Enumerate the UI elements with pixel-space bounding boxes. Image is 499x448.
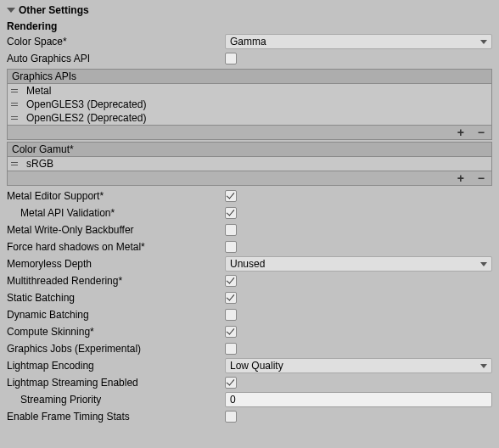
other-settings-panel: Other Settings Rendering Color Space* Ga… <box>0 0 499 425</box>
force-hard-shadows-label: Force hard shadows on Metal* <box>7 241 145 253</box>
list-item[interactable]: OpenGLES2 (Deprecated) <box>8 111 491 125</box>
dynamic-batching-label: Dynamic Batching <box>7 309 89 321</box>
metal-editor-support-row: Metal Editor Support* <box>7 188 492 204</box>
lightmap-streaming-enabled-checkbox[interactable] <box>225 377 237 389</box>
drag-handle-icon[interactable] <box>11 89 20 92</box>
list-item[interactable]: Metal <box>8 84 491 98</box>
color-gamut-header-label: Color Gamut* <box>12 143 74 155</box>
list-item-label: Metal <box>26 85 51 97</box>
foldout-header[interactable]: Other Settings <box>7 3 492 17</box>
memoryless-depth-row: Memoryless Depth Unused <box>7 255 492 272</box>
static-batching-checkbox[interactable] <box>225 292 237 304</box>
color-space-row: Color Space* Gamma <box>7 33 492 50</box>
compute-skinning-label: Compute Skinning* <box>7 326 94 338</box>
metal-write-only-backbuffer-checkbox[interactable] <box>225 224 237 236</box>
drag-handle-icon[interactable] <box>11 103 20 106</box>
graphics-apis-header-label: Graphics APIs <box>12 70 76 82</box>
color-space-select[interactable]: Gamma <box>225 34 492 49</box>
static-batching-row: Static Batching <box>7 289 492 306</box>
dynamic-batching-row: Dynamic Batching <box>7 306 492 323</box>
color-space-value: Gamma <box>230 36 266 48</box>
memoryless-depth-label: Memoryless Depth <box>7 258 92 270</box>
remove-icon[interactable]: − <box>478 173 485 183</box>
multithreaded-rendering-label: Multithreaded Rendering* <box>7 275 122 287</box>
add-icon[interactable]: + <box>457 173 464 183</box>
streaming-priority-label: Streaming Priority <box>20 394 101 406</box>
drag-handle-icon[interactable] <box>11 162 20 165</box>
graphics-apis-header: Graphics APIs <box>7 69 492 84</box>
lightmap-streaming-enabled-row: Lightmap Streaming Enabled <box>7 374 492 391</box>
graphics-apis-footer: + − <box>7 125 492 140</box>
remove-icon[interactable]: − <box>478 127 485 137</box>
enable-frame-timing-stats-row: Enable Frame Timing Stats <box>7 408 492 425</box>
list-item[interactable]: sRGB <box>8 157 491 171</box>
list-item[interactable]: OpenGLES3 (Deprecated) <box>8 98 491 111</box>
streaming-priority-input[interactable]: 0 <box>225 392 492 407</box>
list-item-label: sRGB <box>26 158 53 170</box>
metal-editor-support-label: Metal Editor Support* <box>7 190 104 202</box>
multithreaded-rendering-row: Multithreaded Rendering* <box>7 272 492 289</box>
rendering-section-title: Rendering <box>7 20 57 32</box>
memoryless-depth-select[interactable]: Unused <box>225 256 492 272</box>
lightmap-encoding-select[interactable]: Low Quality <box>225 358 492 373</box>
enable-frame-timing-stats-checkbox[interactable] <box>225 411 237 423</box>
auto-graphics-api-label: Auto Graphics API <box>7 53 90 64</box>
streaming-priority-value: 0 <box>230 394 236 406</box>
drag-handle-icon[interactable] <box>11 116 20 120</box>
auto-graphics-api-checkbox[interactable] <box>225 53 237 64</box>
color-gamut-header: Color Gamut* <box>7 142 492 157</box>
force-hard-shadows-checkbox[interactable] <box>225 241 237 253</box>
foldout-title: Other Settings <box>19 4 89 16</box>
color-space-label: Color Space* <box>7 36 67 48</box>
force-hard-shadows-row: Force hard shadows on Metal* <box>7 238 492 255</box>
metal-api-validation-checkbox[interactable] <box>225 207 237 219</box>
streaming-priority-row: Streaming Priority 0 <box>7 391 492 408</box>
metal-editor-support-checkbox[interactable] <box>225 190 237 202</box>
memoryless-depth-value: Unused <box>230 258 265 270</box>
color-gamut-footer: + − <box>7 171 492 186</box>
add-icon[interactable]: + <box>457 127 464 137</box>
lightmap-encoding-label: Lightmap Encoding <box>7 360 94 372</box>
enable-frame-timing-stats-label: Enable Frame Timing Stats <box>7 411 130 423</box>
chevron-down-icon <box>480 40 487 44</box>
metal-write-only-backbuffer-label: Metal Write-Only Backbuffer <box>7 224 134 236</box>
compute-skinning-row: Compute Skinning* <box>7 323 492 340</box>
dynamic-batching-checkbox[interactable] <box>225 309 237 321</box>
compute-skinning-checkbox[interactable] <box>225 326 237 338</box>
foldout-triangle-icon <box>7 8 15 13</box>
graphics-jobs-row: Graphics Jobs (Experimental) <box>7 340 492 357</box>
graphics-jobs-label: Graphics Jobs (Experimental) <box>7 343 141 355</box>
chevron-down-icon <box>480 364 487 368</box>
auto-graphics-api-row: Auto Graphics API <box>7 50 492 67</box>
lightmap-encoding-row: Lightmap Encoding Low Quality <box>7 357 492 374</box>
metal-api-validation-row: Metal API Validation* <box>7 204 492 221</box>
graphics-jobs-checkbox[interactable] <box>225 343 237 355</box>
graphics-apis-list: Graphics APIs Metal OpenGLES3 (Deprecate… <box>7 69 492 140</box>
lightmap-encoding-value: Low Quality <box>230 360 283 372</box>
static-batching-label: Static Batching <box>7 292 75 304</box>
list-item-label: OpenGLES3 (Deprecated) <box>26 98 146 110</box>
multithreaded-rendering-checkbox[interactable] <box>225 275 237 287</box>
metal-api-validation-label: Metal API Validation* <box>20 207 115 219</box>
chevron-down-icon <box>480 262 487 266</box>
list-item-label: OpenGLES2 (Deprecated) <box>26 112 146 124</box>
color-gamut-list: Color Gamut* sRGB + − <box>7 142 492 186</box>
lightmap-streaming-enabled-label: Lightmap Streaming Enabled <box>7 377 138 389</box>
metal-write-only-backbuffer-row: Metal Write-Only Backbuffer <box>7 221 492 238</box>
